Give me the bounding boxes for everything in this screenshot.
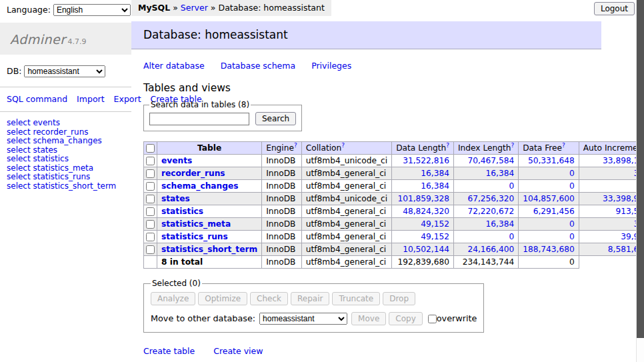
page-title: Database: homeassistant (131, 21, 601, 49)
scrollbar-thumb[interactable] (637, 0, 644, 338)
engine-cell: InnoDB (262, 231, 302, 243)
help-link[interactable]: ? (511, 142, 514, 149)
search-fieldset: Search data in tables (8) Search (143, 100, 302, 131)
help-link[interactable]: ? (294, 142, 297, 149)
table-header-row: TableEngine?Collation?Data Length?Index … (144, 142, 644, 155)
auto-increment-cell: 325 (579, 218, 644, 231)
move-button[interactable]: Move (351, 312, 386, 325)
engine-cell: InnoDB (262, 218, 302, 231)
row-checkbox-cell (144, 155, 157, 167)
row-checkbox[interactable] (146, 233, 155, 241)
table-name-link[interactable]: events (161, 156, 192, 165)
breadcrumb-mysql-link[interactable]: MySQL (138, 3, 170, 13)
optimize-button[interactable]: Optimize (198, 292, 247, 305)
logout-button[interactable]: Logout (594, 2, 635, 15)
nav-link-alter-database[interactable]: Alter database (143, 61, 205, 71)
sidebar-action-sql-command[interactable]: SQL command (7, 94, 67, 104)
footer-link-create-view[interactable]: Create view (213, 346, 263, 356)
copy-button[interactable]: Copy (389, 312, 422, 325)
selected-fieldset: Selected (0) AnalyzeOptimizeCheckRepairT… (143, 279, 484, 333)
move-db-select[interactable]: homeassistant (259, 313, 347, 325)
check-button[interactable]: Check (250, 292, 288, 305)
sidebar-item-select-schema-changes[interactable]: select schema_changes (7, 137, 125, 146)
row-checkbox[interactable] (146, 195, 155, 203)
search-input[interactable] (149, 113, 249, 125)
row-checkbox[interactable] (146, 220, 155, 229)
row-checkbox[interactable] (146, 245, 155, 254)
auto-increment-cell: 33,398,984 (579, 193, 644, 205)
sidebar-item-select-statistics-meta[interactable]: select statistics_meta (7, 164, 125, 173)
auto-increment-cell: 913,577 (579, 205, 644, 218)
row-checkbox[interactable] (146, 169, 155, 178)
sidebar-item-select-events[interactable]: select events (7, 119, 125, 128)
table-name-link[interactable]: statistics_short_term (161, 245, 257, 254)
select-all-checkbox[interactable] (146, 144, 155, 153)
sidebar-item-select-states[interactable]: select states (7, 146, 125, 155)
table-name-cell: statistics_runs (157, 231, 262, 243)
data-length-cell: 101,859,328 (392, 193, 454, 205)
truncate-button[interactable]: Truncate (332, 292, 380, 305)
row-checkbox-cell (144, 231, 157, 243)
index-length-cell: 70,467,584 (453, 155, 518, 167)
table-name-cell: states (157, 193, 262, 205)
data-free-cell: 0 (519, 218, 579, 231)
help-link[interactable]: ? (562, 142, 565, 149)
index-length-cell: 67,256,320 (453, 193, 518, 205)
sidebar-item-select-statistics-short-term[interactable]: select statistics_short_term (7, 182, 125, 191)
table-name-link[interactable]: statistics_runs (161, 232, 228, 241)
table-name-link[interactable]: recorder_runs (161, 169, 225, 178)
db-select[interactable]: homeassistant (24, 65, 105, 77)
table-name-link[interactable]: statistics (161, 207, 203, 216)
vertical-scrollbar[interactable] (636, 0, 644, 362)
column-label: Data Free (523, 143, 562, 153)
tables-section-title: Tables and views (143, 82, 636, 94)
column-header-auto-increment: Auto Increment? (579, 142, 644, 155)
nav-link-privileges[interactable]: Privileges (311, 61, 351, 71)
table-row: recorder_runsInnoDButf8mb4_general_ci16,… (144, 167, 644, 180)
nav-link-database-schema[interactable]: Database schema (221, 61, 295, 71)
move-row: Move to other database:homeassistantMove… (151, 312, 477, 325)
drop-button[interactable]: Drop (383, 292, 415, 305)
auto-increment-cell: 39,999 (579, 231, 644, 243)
topbar: MySQL»Server»Database: homeassistant Log… (131, 0, 636, 17)
collation-cell: utf8mb4_general_ci (301, 218, 391, 231)
sidebar-item-select-recorder-runs[interactable]: select recorder_runs (7, 128, 125, 137)
search-legend: Search data in tables (8) (149, 100, 251, 109)
data-free-cell: 188,743,680 (519, 243, 579, 256)
tables-overview-table: TableEngine?Collation?Data Length?Index … (143, 141, 644, 269)
language-select[interactable]: English (53, 4, 131, 16)
sidebar-item-select-statistics[interactable]: select statistics (7, 155, 125, 164)
table-row: statistics_metaInnoDButf8mb4_general_ci4… (144, 218, 644, 231)
repair-button[interactable]: Repair (291, 292, 329, 305)
table-name-cell: schema_changes (157, 180, 262, 193)
table-name-link[interactable]: statistics_meta (161, 219, 231, 229)
column-header-collation: Collation? (301, 142, 391, 155)
overwrite-wrap: overwrite (428, 313, 477, 323)
help-link[interactable]: ? (446, 142, 449, 149)
database-nav-links: Alter databaseDatabase schemaPrivileges (143, 61, 636, 71)
row-checkbox[interactable] (146, 157, 155, 165)
breadcrumb-server-link[interactable]: Server (181, 3, 208, 13)
data-free-cell: 0 (519, 231, 579, 243)
analyze-button[interactable]: Analyze (151, 292, 195, 305)
overwrite-checkbox[interactable] (428, 315, 437, 323)
help-link[interactable]: ? (341, 142, 345, 149)
engine-cell: InnoDB (262, 155, 302, 167)
row-checkbox[interactable] (146, 207, 155, 216)
total-data-free-cell: 0 (519, 256, 579, 269)
data-free-cell: 0 (519, 167, 579, 180)
sidebar-action-import[interactable]: Import (77, 94, 105, 104)
table-name-link[interactable]: schema_changes (161, 181, 238, 191)
collation-cell: utf8mb4_unicode_ci (301, 193, 391, 205)
footer-link-create-table[interactable]: Create table (143, 346, 195, 356)
overwrite-label: overwrite (437, 313, 477, 323)
sidebar-item-select-statistics-runs[interactable]: select statistics_runs (7, 173, 125, 182)
row-checkbox[interactable] (146, 182, 155, 191)
table-name-link[interactable]: states (161, 194, 190, 203)
column-label: Engine (266, 143, 294, 153)
total-engine-cell: InnoDB (262, 256, 302, 269)
search-button[interactable]: Search (255, 112, 296, 125)
collation-cell: utf8mb4_unicode_ci (301, 155, 391, 167)
language-label: Language: (7, 5, 51, 15)
data-length-cell: 16,384 (392, 167, 454, 180)
